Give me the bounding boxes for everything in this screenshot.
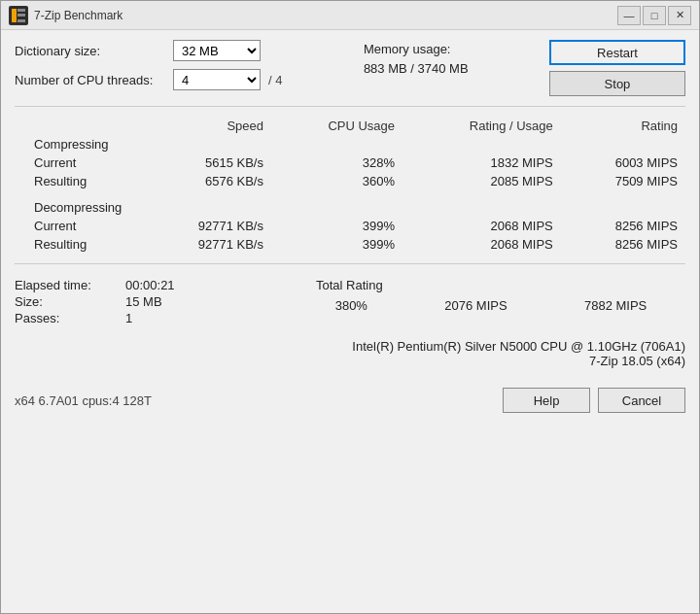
svg-rect-2 (18, 9, 25, 12)
footer-buttons: Help Cancel (503, 388, 685, 413)
passes-row: Passes: 1 (15, 311, 297, 325)
decompress-current-rating: 8256 MIPS (561, 217, 685, 235)
compress-resulting-cpu: 360% (271, 172, 402, 190)
bottom-section: Elapsed time: 00:00:21 Size: 15 MB Passe… (15, 278, 685, 325)
decompress-current-speed: 92771 KB/s (142, 217, 271, 235)
build-info: x64 6.7A01 cpus:4 128T (15, 393, 152, 408)
zip-info: 7-Zip 18.05 (x64) (15, 354, 685, 368)
decompress-current-row: Current 92771 KB/s 399% 2068 MIPS 8256 M… (15, 217, 685, 235)
decompress-resulting-speed: 92771 KB/s (142, 235, 271, 254)
compress-resulting-row: Resulting 6576 KB/s 360% 2085 MIPS 7509 … (15, 172, 685, 190)
total-rating-values: 380% 2076 MIPS 7882 MIPS (297, 296, 685, 315)
compress-current-speed: 5615 KB/s (142, 154, 271, 172)
total-rating-usage: 2076 MIPS (444, 298, 507, 313)
spacer-row (15, 190, 685, 198)
decompress-current-cpu: 399% (271, 217, 402, 235)
app-icon (9, 6, 28, 25)
col-rating: Rating (561, 117, 685, 135)
dict-size-select[interactable]: 32 MB 64 MB 128 MB (173, 40, 261, 61)
cpu-threads-select[interactable]: 4 2 1 (173, 69, 261, 90)
col-speed: Speed (142, 117, 271, 135)
main-content: Dictionary size: 32 MB 64 MB 128 MB Numb… (1, 30, 699, 613)
compress-resulting-label: Resulting (15, 172, 142, 190)
compress-current-rating: 6003 MIPS (561, 154, 685, 172)
decompress-resulting-rating: 8256 MIPS (561, 235, 685, 254)
divider-2 (15, 263, 685, 264)
svg-rect-1 (12, 9, 17, 22)
title-buttons: — □ ✕ (617, 6, 691, 25)
maximize-button[interactable]: □ (643, 6, 666, 25)
footer-row: x64 6.7A01 cpus:4 128T Help Cancel (15, 384, 685, 413)
total-rating-label: Total Rating (297, 278, 685, 292)
dict-size-row: Dictionary size: 32 MB 64 MB 128 MB (15, 40, 282, 61)
size-row: Size: 15 MB (15, 294, 297, 309)
memory-value: 883 MB / 3740 MB (364, 59, 469, 79)
stats-panel: Elapsed time: 00:00:21 Size: 15 MB Passe… (15, 278, 297, 325)
cpu-threads-row: Number of CPU threads: 4 2 1 / 4 (15, 69, 282, 90)
decompress-resulting-cpu: 399% (271, 235, 402, 254)
passes-label: Passes: (15, 311, 122, 325)
top-row: Dictionary size: 32 MB 64 MB 128 MB Numb… (15, 40, 685, 96)
decompress-resulting-rating-usage: 2068 MIPS (402, 235, 561, 254)
total-cpu: 380% (335, 298, 368, 313)
svg-rect-4 (18, 19, 25, 22)
compress-resulting-rating-usage: 2085 MIPS (402, 172, 561, 190)
cancel-button[interactable]: Cancel (598, 388, 685, 413)
elapsed-value: 00:00:21 (125, 278, 175, 292)
help-button[interactable]: Help (503, 388, 590, 413)
compress-resulting-rating: 7509 MIPS (561, 172, 685, 190)
cpu-threads-label: Number of CPU threads: (15, 73, 165, 87)
title-bar: 7-Zip Benchmark — □ ✕ (1, 1, 699, 30)
compress-current-row: Current 5615 KB/s 328% 1832 MIPS 6003 MI… (15, 154, 685, 172)
total-rating: 7882 MIPS (584, 298, 647, 313)
elapsed-label: Elapsed time: (15, 278, 122, 292)
title-bar-left: 7-Zip Benchmark (9, 6, 122, 25)
thread-suffix: / 4 (268, 73, 282, 87)
info-section: Intel(R) Pentium(R) Silver N5000 CPU @ 1… (15, 337, 685, 368)
minimize-button[interactable]: — (617, 6, 641, 25)
form-area: Dictionary size: 32 MB 64 MB 128 MB Numb… (15, 40, 282, 90)
svg-rect-3 (18, 14, 25, 17)
decompress-current-label: Current (15, 217, 142, 235)
compressing-header: Compressing (15, 135, 685, 154)
dict-size-label: Dictionary size: (15, 44, 165, 58)
stop-button[interactable]: Stop (549, 71, 685, 96)
decompress-resulting-label: Resulting (15, 235, 142, 254)
window-title: 7-Zip Benchmark (34, 9, 122, 22)
col-label (15, 117, 142, 135)
size-value: 15 MB (125, 294, 162, 309)
restart-button[interactable]: Restart (549, 40, 685, 65)
compress-resulting-speed: 6576 KB/s (142, 172, 271, 190)
close-button[interactable]: ✕ (668, 6, 691, 25)
decompress-resulting-row: Resulting 92771 KB/s 399% 2068 MIPS 8256… (15, 235, 685, 254)
size-label: Size: (15, 294, 122, 309)
memory-area: Memory usage: 883 MB / 3740 MB (364, 40, 469, 78)
cpu-info: Intel(R) Pentium(R) Silver N5000 CPU @ 1… (15, 339, 685, 354)
benchmark-table: Speed CPU Usage Rating / Usage Rating Co… (15, 117, 685, 254)
compress-current-cpu: 328% (271, 154, 402, 172)
divider-1 (15, 106, 685, 107)
passes-value: 1 (125, 311, 132, 325)
decompressing-header: Decompressing (15, 198, 685, 217)
total-rating-section: Total Rating 380% 2076 MIPS 7882 MIPS (297, 278, 685, 325)
buttons-area: Restart Stop (549, 40, 685, 96)
memory-label: Memory usage: (364, 40, 469, 59)
compress-current-rating-usage: 1832 MIPS (402, 154, 561, 172)
compress-current-label: Current (15, 154, 142, 172)
decompress-current-rating-usage: 2068 MIPS (402, 217, 561, 235)
col-rating-usage: Rating / Usage (402, 117, 561, 135)
elapsed-row: Elapsed time: 00:00:21 (15, 278, 297, 292)
main-window: 7-Zip Benchmark — □ ✕ Dictionary size: 3… (0, 0, 700, 614)
col-cpu: CPU Usage (271, 117, 402, 135)
